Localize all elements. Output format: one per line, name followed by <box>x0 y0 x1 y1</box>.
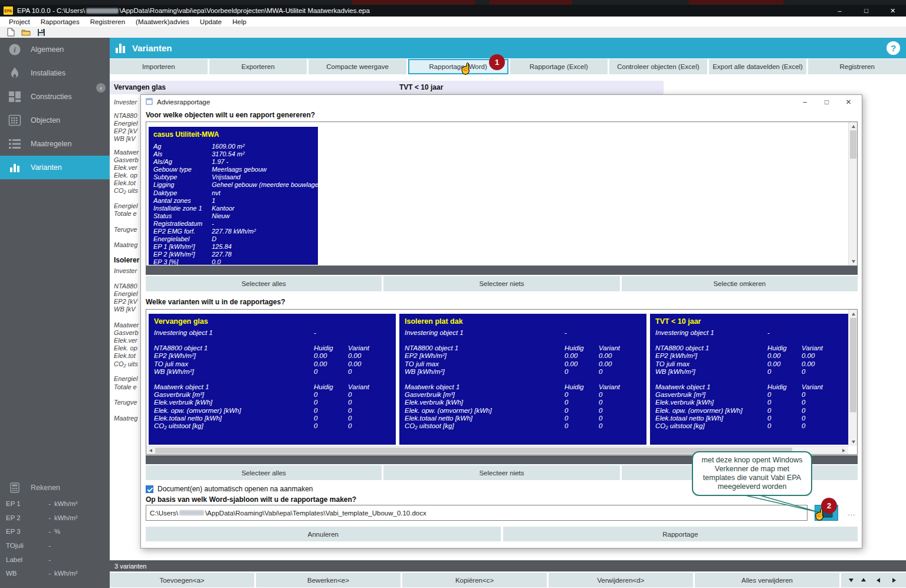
scroll-right-icon[interactable] <box>840 446 848 455</box>
nav-up-icon[interactable] <box>861 576 866 582</box>
menu-update[interactable]: Update <box>195 18 227 25</box>
sidebar-item-constructies[interactable]: Constructies <box>0 85 110 109</box>
alles-verwijderen-button[interactable]: Alles verwijderen <box>695 573 839 587</box>
help-icon[interactable]: ? <box>887 41 900 55</box>
sidebar-item-maatregelen[interactable]: Maatregelen <box>0 132 110 156</box>
vertical-scrollbar[interactable] <box>848 310 857 446</box>
scroll-up-icon[interactable] <box>849 310 858 317</box>
object-card[interactable]: casus Utiliteit-MWAAg1609.00 m²Als3170.5… <box>149 127 318 265</box>
scroll-down-icon[interactable] <box>849 438 858 446</box>
question-template: Op basis van welk Word-sjabloon wilt u d… <box>146 495 356 504</box>
object-card-row: SubtypeVrijstaand <box>153 173 313 181</box>
save-button[interactable] <box>37 28 46 37</box>
objects-selecteer-alles-button[interactable]: Selecteer alles <box>146 276 382 291</box>
scroll-up-icon[interactable] <box>849 122 858 130</box>
main-toolbar: ImporterenExporterenCompacte weergaveRap… <box>110 58 906 75</box>
new-file-button[interactable] <box>6 28 15 37</box>
epa-app-window: EPA EPA 10.0.0 - C:\Users\\AppData\Roami… <box>0 0 906 588</box>
toolbar-controleer-objecten-excel[interactable]: Controleer objecten (Excel) <box>609 59 707 74</box>
rekenen-button[interactable]: Rekenen <box>0 479 110 497</box>
bewerken-button[interactable]: Bewerken<e> <box>256 573 401 587</box>
toolbar-export-alle-datavelden-excel[interactable]: Export alle datavelden (Excel) <box>709 59 807 74</box>
page-header: Varianten ? <box>110 38 906 58</box>
background-label: Gasverb <box>114 329 139 336</box>
question-variants: Welke varianten wilt u in de rapportages… <box>146 298 285 306</box>
variant-card-vervangen-glas[interactable]: Vervangen glasInvestering object 1-NTA88… <box>149 314 396 445</box>
scroll-left-icon[interactable] <box>146 446 155 455</box>
background-label: Energiel <box>114 120 137 127</box>
minimize-button[interactable]: – <box>826 5 853 17</box>
vertical-scrollbar[interactable] <box>848 122 857 265</box>
toolbar-rapportage-excel[interactable]: Rapportage (Excel) <box>510 59 608 74</box>
object-card-row: EP 2 [kWh/m²]227.78 <box>153 251 313 258</box>
sidebar-footer: Rekenen EP 1-kWh/m²EP 2-kWh/m²EP 3-%TOju… <box>0 479 110 580</box>
maximize-button[interactable]: □ <box>853 5 879 17</box>
status-bar: 3 varianten <box>110 560 906 571</box>
background-label: Elek.ver <box>114 337 137 344</box>
toolbar-compacte-weergave[interactable]: Compacte weergave <box>308 59 406 74</box>
open-folder-button[interactable] <box>21 28 31 37</box>
verwijderen-button[interactable]: Verwijderen<d> <box>549 573 693 587</box>
toevoegen-button[interactable]: Toevoegen<a> <box>110 573 254 587</box>
object-card-row: Daktypenvt <box>153 189 313 197</box>
background-label: Maatreg <box>114 241 137 248</box>
kopi-ren-button[interactable]: Kopiëren<c> <box>402 573 547 587</box>
object-card-row: Als3170.54 m² <box>153 150 313 158</box>
close-button[interactable]: ✕ <box>838 95 859 109</box>
background-label: EP2 [kV <box>114 298 137 305</box>
dialog-annuleren-button[interactable]: Annuleren <box>146 527 501 541</box>
background-label: CO₂ uits <box>114 360 138 367</box>
checkbox-auto-open[interactable] <box>146 485 153 493</box>
sidebar-item-algemeen[interactable]: iAlgemeen <box>0 38 110 61</box>
info-icon: i <box>7 42 22 57</box>
variant-header-band <box>110 81 664 94</box>
objects-selectie-omkeren-button[interactable]: Selectie omkeren <box>622 276 858 291</box>
menu-rapportages[interactable]: Rapportages <box>35 18 85 25</box>
nav-left-icon[interactable] <box>874 578 880 583</box>
nav-down-icon[interactable] <box>849 579 854 584</box>
dialog-titlebar: Adviesrapportage –□✕ <box>141 95 862 109</box>
scrollbar-thumb[interactable] <box>850 130 856 159</box>
background-label: Elek.ver <box>114 164 137 171</box>
background-label: Elek.tot <box>114 352 136 359</box>
scroll-down-icon[interactable] <box>849 258 858 265</box>
object-card-row: EP 3 [%]0.0 <box>153 258 313 266</box>
menu-help[interactable]: Help <box>227 18 252 25</box>
background-label: Elek. op <box>114 172 137 179</box>
background-label: EP2 [kV <box>114 127 137 134</box>
background-label: Totale e <box>114 383 137 390</box>
background-label: Maatwer <box>114 149 139 156</box>
sidebar-item-installaties[interactable]: Installaties <box>0 61 110 85</box>
browse-more-button[interactable]: ... <box>843 505 861 521</box>
toolbar-exporteren[interactable]: Exporteren <box>209 59 307 74</box>
close-button[interactable]: ✕ <box>879 5 906 17</box>
minimize-button[interactable]: – <box>794 95 816 109</box>
toolbar-importeren[interactable]: Importeren <box>110 59 208 74</box>
objects-selecteer-niets-button[interactable]: Selecteer niets <box>383 276 619 291</box>
template-path-input[interactable]: C:\Users\\AppData\Roaming\Vabi\epa\Templ… <box>146 505 807 521</box>
metric-tojuli: TOjuli- <box>0 538 110 553</box>
background-label: Invester <box>114 98 137 106</box>
variant-card-tvt-10-jaar[interactable]: TVT < 10 jaarInvestering object 1-NTA880… <box>650 314 849 445</box>
variants-listbox[interactable]: Vervangen glasInvestering object 1-NTA88… <box>146 309 858 455</box>
maximize-button[interactable]: □ <box>816 95 838 109</box>
constructions-icon <box>7 89 22 104</box>
objects-listbox[interactable]: casus Utiliteit-MWAAg1609.00 m²Als3170.5… <box>146 121 858 266</box>
question-objects: Voor welke objecten wilt u een rapport g… <box>146 111 315 119</box>
variants-selecteer-niets-button[interactable]: Selecteer niets <box>383 465 619 480</box>
sidebar-item-objecten[interactable]: Objecten <box>0 109 110 132</box>
menu-registreren[interactable]: Registreren <box>85 18 130 25</box>
object-selection-buttons: Selecteer allesSelecteer nietsSelectie o… <box>146 276 858 291</box>
sidebar-collapse-button[interactable]: ‹ <box>96 83 106 93</box>
dialog-rapportage-button[interactable]: Rapportage <box>503 527 858 541</box>
sidebar-item-varianten[interactable]: Varianten <box>0 156 110 179</box>
scrollbar-thumb[interactable] <box>850 318 856 412</box>
menu-maatwerk-advies[interactable]: (Maatwerk)advies <box>130 18 195 25</box>
menu-project[interactable]: Project <box>4 18 35 25</box>
metric-ep-1: EP 1-kWh/m² <box>0 497 110 511</box>
variants-selecteer-alles-button[interactable]: Selecteer alles <box>146 465 382 480</box>
nav-right-icon[interactable] <box>892 578 898 583</box>
toolbar-registreren[interactable]: Registreren <box>808 59 906 74</box>
object-card-title: casus Utiliteit-MWA <box>153 130 313 139</box>
variant-card-isoleren-plat-dak[interactable]: Isoleren plat dakInvestering object 1-NT… <box>399 314 646 445</box>
